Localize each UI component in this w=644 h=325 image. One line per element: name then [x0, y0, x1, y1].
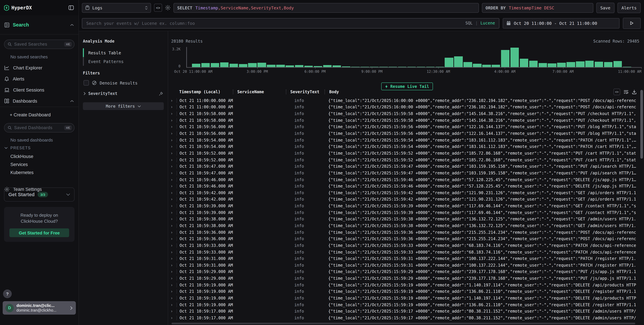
table-row[interactable]: ›Oct 21 10:59:58.000 AMinfo{"time_local"… — [170, 117, 636, 124]
sidebar-item-client-sessions[interactable]: Client Sessions — [0, 85, 78, 95]
chevron-up-icon[interactable] — [70, 100, 74, 102]
more-filters-button[interactable]: More filters — [83, 102, 164, 110]
get-started-toggle[interactable]: Get Started 3/3 — [4, 188, 74, 202]
row-expand-chevron-icon[interactable]: › — [170, 302, 176, 307]
row-expand-chevron-icon[interactable]: › — [170, 237, 176, 241]
table-row[interactable]: ›Oct 21 10:59:46.000 AMinfo{"time_local"… — [170, 183, 636, 190]
histogram-bar[interactable] — [286, 65, 294, 67]
histogram-bar[interactable] — [557, 63, 566, 67]
row-expand-chevron-icon[interactable]: › — [170, 250, 176, 254]
order-by-input[interactable]: ORDER BYTimestampTime DESC — [482, 3, 593, 12]
pin-icon[interactable] — [159, 91, 163, 96]
table-row[interactable]: ›Oct 21 10:59:42.000 AMinfo{"time_local"… — [170, 190, 636, 196]
row-expand-chevron-icon[interactable]: › — [170, 316, 176, 320]
column-severitytext[interactable]: SeverityText — [286, 89, 324, 94]
histogram-bar[interactable] — [258, 63, 266, 67]
saved-searches-input[interactable]: Saved Searches ⌘K — [4, 39, 74, 49]
row-expand-chevron-icon[interactable]: › — [170, 256, 176, 261]
table-row[interactable]: ›Oct 21 10:59:39.000 AMinfo{"time_local"… — [170, 209, 636, 216]
histogram-bar[interactable] — [295, 65, 304, 67]
filter-group-severitytext[interactable]: SeverityText — [84, 91, 163, 96]
histogram-bar[interactable] — [614, 61, 622, 67]
histogram-bar[interactable] — [276, 65, 285, 67]
row-expand-chevron-icon[interactable]: › — [170, 144, 176, 149]
sidebar-collapse-icon[interactable] — [68, 5, 74, 10]
histogram-bar[interactable] — [595, 61, 603, 67]
row-expand-chevron-icon[interactable]: › — [170, 98, 176, 103]
row-expand-chevron-icon[interactable]: › — [170, 171, 176, 175]
histogram-bar[interactable] — [239, 64, 247, 67]
source-select[interactable]: Logs — [82, 3, 151, 12]
histogram-bar[interactable] — [323, 65, 332, 67]
table-row[interactable]: ›Oct 21 10:59:47.000 AMinfo{"time_local"… — [170, 170, 636, 176]
histogram-bar[interactable] — [482, 64, 491, 67]
histogram-bar[interactable] — [192, 63, 200, 67]
histogram-bar[interactable] — [201, 63, 210, 67]
user-menu[interactable]: D dominic.tran@clic... dominic.tran@clic… — [3, 301, 76, 315]
sidebar-item-services[interactable]: Services — [10, 162, 28, 167]
histogram-bar[interactable] — [445, 58, 454, 67]
save-button[interactable]: Save — [596, 2, 614, 13]
histogram-bar[interactable] — [332, 65, 341, 67]
row-expand-chevron-icon[interactable]: › — [170, 177, 176, 182]
wrap-lines-icon[interactable] — [624, 90, 628, 94]
gear-icon[interactable] — [165, 5, 170, 10]
histogram-bar[interactable] — [464, 62, 472, 67]
histogram-bar[interactable] — [604, 62, 612, 67]
horizontal-scrollbar[interactable] — [172, 323, 635, 324]
histogram-bar[interactable] — [567, 62, 575, 67]
table-row[interactable]: ›Oct 21 10:59:46.000 AMinfo{"time_local"… — [170, 176, 636, 183]
table-row[interactable]: ›Oct 21 10:59:29.000 AMinfo{"time_local"… — [170, 269, 636, 275]
row-expand-chevron-icon[interactable]: › — [170, 270, 176, 274]
row-expand-chevron-icon[interactable]: › — [170, 151, 176, 156]
table-row[interactable]: ›Oct 21 10:59:31.000 AMinfo{"time_local"… — [170, 262, 636, 269]
table-row[interactable]: ›Oct 21 10:59:36.000 AMinfo{"time_local"… — [170, 229, 636, 236]
row-expand-chevron-icon[interactable]: › — [170, 223, 176, 228]
row-expand-chevron-icon[interactable]: › — [170, 289, 176, 294]
table-row[interactable]: ›Oct 21 10:59:56.000 AMinfo{"time_local"… — [170, 124, 636, 130]
query-language-toggle[interactable]: SQL | Lucene — [465, 21, 495, 25]
sidebar-item-chart-explorer[interactable]: Chart Explorer — [0, 63, 78, 73]
table-row[interactable]: ›Oct 21 11:00:00.000 AMinfo{"time_local"… — [170, 104, 636, 110]
row-expand-chevron-icon[interactable]: › — [170, 243, 176, 248]
row-expand-chevron-icon[interactable]: › — [170, 138, 176, 142]
histogram-bar[interactable] — [576, 61, 584, 67]
row-expand-chevron-icon[interactable]: › — [170, 217, 176, 222]
histogram-bar[interactable] — [304, 66, 313, 67]
histogram-bar[interactable] — [248, 63, 257, 67]
table-row[interactable]: ›Oct 21 10:59:17.000 AMinfo{"time_local"… — [170, 308, 636, 315]
row-expand-chevron-icon[interactable]: › — [170, 118, 176, 123]
mode-sql[interactable]: SQL — [465, 21, 472, 25]
row-expand-chevron-icon[interactable]: › — [170, 296, 176, 301]
saved-dashboards-input[interactable]: Saved Dashboards ⌘K — [4, 123, 74, 132]
table-row[interactable]: ›Oct 21 10:59:42.000 AMinfo{"time_local"… — [170, 196, 636, 203]
row-expand-chevron-icon[interactable]: › — [170, 131, 176, 136]
presets-toggle[interactable]: PRESETS — [4, 146, 31, 150]
row-expand-chevron-icon[interactable]: › — [170, 191, 176, 195]
column-servicename[interactable]: ServiceName — [233, 89, 286, 94]
histogram-bar[interactable] — [510, 48, 519, 67]
table-row[interactable]: ›Oct 21 10:59:58.000 AMinfo{"time_local"… — [170, 110, 636, 117]
row-expand-chevron-icon[interactable]: › — [170, 157, 176, 162]
histogram-bar[interactable] — [220, 62, 228, 67]
table-row[interactable]: ›Oct 21 10:59:54.000 AMinfo{"time_local"… — [170, 143, 636, 150]
time-range-picker[interactable]: Oct 20 11:00:00 - Oct 21 11:00:00 — [503, 18, 620, 28]
table-row[interactable]: ›Oct 21 10:59:52.000 AMinfo{"time_local"… — [170, 150, 636, 156]
table-row[interactable]: ›Oct 21 10:59:33.000 AMinfo{"time_local"… — [170, 249, 636, 255]
table-row[interactable]: ›Oct 21 10:59:29.000 AMinfo{"time_local"… — [170, 275, 636, 282]
histogram-bar[interactable] — [473, 63, 482, 67]
sidebar-item-dashboards[interactable]: Dashboards — [0, 96, 78, 106]
sidebar-item-alerts[interactable]: Alerts — [0, 74, 78, 84]
column-timestamp[interactable]: Timestamp (Local) — [176, 89, 233, 94]
code-editor-icon[interactable]: <> — [154, 4, 162, 12]
table-row[interactable]: ›Oct 21 10:59:52.000 AMinfo{"time_local"… — [170, 157, 636, 163]
table-row[interactable]: ›Oct 21 10:59:19.000 AMinfo{"time_local"… — [170, 295, 636, 301]
mode-lucene[interactable]: Lucene — [480, 21, 495, 25]
vertical-scrollbar[interactable] — [640, 90, 643, 159]
table-row[interactable]: ›Oct 21 10:59:19.000 AMinfo{"time_local"… — [170, 282, 636, 288]
table-row[interactable]: ›Oct 21 10:59:47.000 AMinfo{"time_local"… — [170, 163, 636, 170]
create-dashboard-link[interactable]: + Create Dashboard — [10, 112, 51, 117]
table-row[interactable]: ›Oct 21 10:59:19.000 AMinfo{"time_local"… — [170, 288, 636, 295]
histogram-bar[interactable] — [538, 63, 547, 67]
row-expand-chevron-icon[interactable]: › — [170, 125, 176, 129]
